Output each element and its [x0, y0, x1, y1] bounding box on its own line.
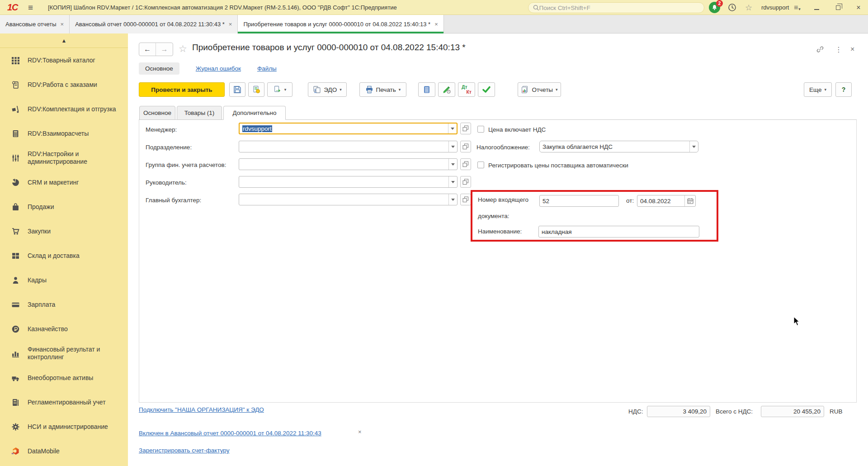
tab-advance-report-doc[interactable]: Авансовый отчет 0000-000001 от 04.08.202…	[70, 15, 238, 33]
combo-dropdown-icon[interactable]	[448, 194, 457, 205]
name-input[interactable]	[538, 226, 699, 238]
help-button[interactable]: ?	[835, 82, 852, 97]
favorites-star-icon[interactable]: ☆	[745, 0, 752, 15]
manager-open-button[interactable]	[460, 123, 471, 134]
current-user[interactable]: rdvsupport	[761, 0, 789, 15]
sidebar-item-financial-result[interactable]: Финансовый результат и контроллинг	[0, 341, 128, 366]
sidebar-item-rdv-orders[interactable]: RDV:Работа с заказами	[0, 72, 128, 97]
sidebar-item-purchases[interactable]: Закупки	[0, 219, 128, 243]
edo-button[interactable]: ЭДО ▾	[308, 82, 347, 97]
post-and-close-button[interactable]: Провести и закрыть	[139, 82, 225, 97]
register-prices-label: Регистрировать цены поставщика автоматич…	[488, 162, 628, 169]
register-invoice-link[interactable]: Зарегистрировать счет-фактуру	[139, 447, 229, 454]
price-includes-vat-checkbox[interactable]	[477, 126, 484, 133]
tab-goods-purchase-doc[interactable]: Приобретение товаров и услуг 0000-000010…	[238, 15, 443, 33]
department-combobox[interactable]	[239, 141, 458, 152]
more-button[interactable]: Еще ▾	[804, 82, 832, 97]
sidebar-item-regulated-accounting[interactable]: Регламентированный учет	[0, 390, 128, 414]
sidebar-collapse-arrow[interactable]: ▲	[0, 33, 128, 48]
fin-group-open-button[interactable]	[460, 158, 471, 170]
remove-link-icon[interactable]: ×	[358, 428, 362, 435]
sidebar-item-payroll[interactable]: Зарплата	[0, 292, 128, 317]
favorite-star-icon[interactable]: ☆	[179, 43, 187, 54]
back-button[interactable]: ←	[139, 43, 156, 56]
sidebar-item-fixed-assets[interactable]: Внеоборотные активы	[0, 366, 128, 390]
supervisor-combobox[interactable]	[239, 176, 458, 188]
department-open-button[interactable]	[460, 141, 471, 152]
combo-dropdown-icon[interactable]	[448, 159, 457, 170]
warehouse-boxes-icon	[11, 251, 20, 260]
sidebar-item-crm[interactable]: CRM и маркетинг	[0, 170, 128, 195]
subnav-error-log[interactable]: Журнал ошибок	[196, 65, 241, 72]
combo-dropdown-icon[interactable]	[689, 141, 698, 152]
from-label: от:	[626, 197, 634, 204]
subnav-files[interactable]: Файлы	[257, 65, 277, 72]
register-prices-checkbox[interactable]	[477, 162, 484, 168]
incoming-date-field[interactable]	[637, 195, 696, 207]
hamburger-menu-icon[interactable]: ≡	[28, 0, 33, 15]
more-actions-kebab-icon[interactable]: ⋮	[835, 45, 842, 54]
tab-close-icon[interactable]: ×	[434, 21, 438, 28]
chief-accountant-combobox[interactable]	[239, 194, 458, 205]
search-input[interactable]	[539, 5, 699, 11]
close-document-icon[interactable]: ×	[850, 45, 854, 53]
incoming-date-input[interactable]	[637, 198, 684, 204]
sidebar-item-hr[interactable]: Кадры	[0, 268, 128, 292]
document-panel: ← → ☆ Приобретение товаров и услуг 0000-…	[128, 33, 868, 466]
taxation-select[interactable]: Закупка облагается НДС	[539, 141, 698, 152]
tab-close-icon[interactable]: ×	[61, 21, 64, 28]
sidebar-item-warehouse[interactable]: Склад и доставка	[0, 243, 128, 268]
reports-button[interactable]: Отчеты ▾	[518, 82, 561, 97]
get-link-icon[interactable]	[816, 45, 824, 55]
combo-dropdown-icon[interactable]	[448, 141, 457, 152]
price-includes-vat-label: Цена включает НДС	[488, 126, 546, 133]
included-in-advance-report-link[interactable]: Включен в Авансовый отчет 0000-000001 от…	[139, 430, 321, 437]
minimize-button[interactable]	[811, 3, 821, 12]
total-with-vat-field: 20 455,20	[761, 406, 824, 417]
tab-label: Приобретение товаров и услуг 0000-000010…	[243, 21, 430, 28]
global-search[interactable]	[528, 2, 704, 13]
tab-close-icon[interactable]: ×	[229, 21, 232, 28]
edit-history-button[interactable]	[438, 82, 455, 97]
sidebar-item-nsi-admin[interactable]: НСИ и администрирование	[0, 414, 128, 439]
shopping-bag-icon	[11, 202, 20, 211]
connect-edo-link[interactable]: Подключить "НАША ОРГАНИЗАЦИЯ" к ЭДО	[139, 406, 264, 413]
combo-dropdown-icon[interactable]	[448, 124, 457, 133]
sidebar-item-rdv-catalog[interactable]: RDV:Товарный каталог	[0, 48, 128, 72]
sidebar-item-rdv-admin[interactable]: RDV:Настройки и администрирование	[0, 146, 128, 170]
user-menu-icon[interactable]: ≡▾	[794, 0, 801, 15]
chief-accountant-open-button[interactable]	[460, 194, 471, 205]
accounting-entries-button[interactable]: Дт Кт	[458, 82, 475, 97]
sidebar-item-rdv-shipping[interactable]: RDV:Комплектация и отгрузка	[0, 97, 128, 121]
create-based-on-button[interactable]: ▾	[267, 82, 292, 97]
form-tab-goods[interactable]: Товары (1)	[177, 106, 222, 120]
notification-bell-icon[interactable]: 2	[709, 2, 721, 14]
manager-combobox[interactable]: rdvsupport	[239, 123, 458, 134]
sidebar-item-sales[interactable]: Продажи	[0, 195, 128, 219]
search-icon	[533, 5, 539, 11]
sidebar-item-rdv-settlements[interactable]: RDV:Взаиморасчеты	[0, 121, 128, 146]
tab-label: Авансовые отчеты	[5, 21, 57, 28]
close-window-button[interactable]: ×	[854, 3, 863, 12]
sidebar-item-label: Продажи	[28, 203, 116, 211]
sidebar-item-treasury[interactable]: Казначейство	[0, 317, 128, 341]
print-button[interactable]: Печать ▾	[359, 82, 406, 97]
subnav-main[interactable]: Основное	[139, 62, 179, 75]
check-button[interactable]	[478, 82, 495, 97]
incoming-number-label-line2: документа:	[478, 213, 509, 219]
sidebar-item-datamobile[interactable]: м DataMobile	[0, 439, 128, 463]
history-icon[interactable]	[728, 0, 736, 15]
post-document-button[interactable]	[248, 82, 264, 97]
supervisor-open-button[interactable]	[460, 176, 471, 188]
fin-group-combobox[interactable]	[239, 158, 458, 170]
form-tab-main[interactable]: Основное	[139, 106, 175, 120]
restore-button[interactable]	[833, 3, 843, 12]
calendar-icon[interactable]	[684, 195, 695, 206]
tab-advance-reports[interactable]: Авансовые отчеты ×	[0, 15, 70, 33]
form-tab-additional[interactable]: Дополнительно	[223, 106, 286, 120]
save-button[interactable]	[229, 82, 245, 97]
forward-button[interactable]: →	[156, 43, 173, 56]
combo-dropdown-icon[interactable]	[448, 176, 457, 187]
related-documents-button[interactable]	[418, 82, 435, 97]
incoming-number-input[interactable]	[539, 195, 619, 207]
